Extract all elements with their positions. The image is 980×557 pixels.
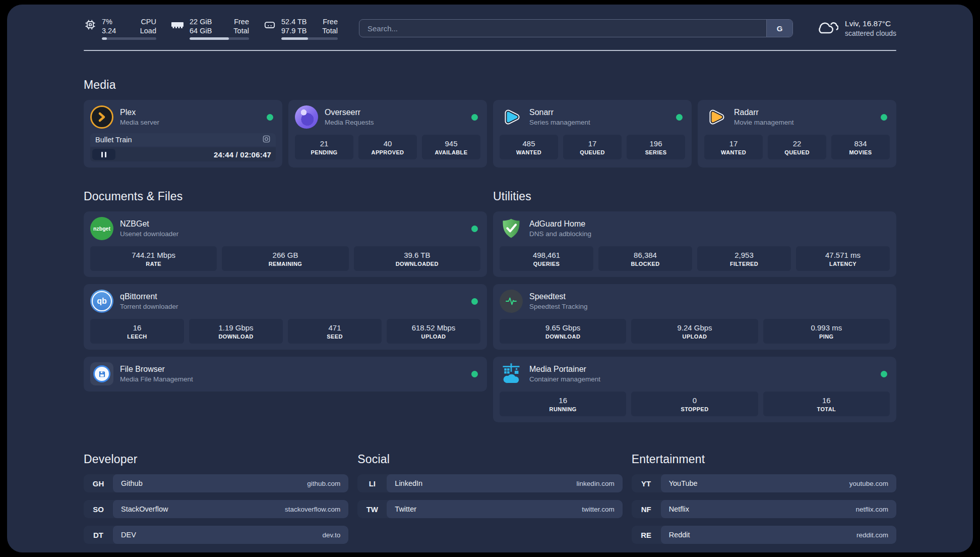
- storage-stat: 52.4 TB Free 97.9 TB Total: [263, 17, 338, 40]
- link-url: linkedin.com: [577, 480, 615, 487]
- card-filebrowser: File Browser Media File Management: [84, 357, 487, 392]
- cpu-stat: 7% CPU 3.24 Load: [84, 17, 156, 40]
- stat-value: 945: [424, 139, 478, 148]
- qbittorrent-header-link[interactable]: qb qBittorrent Torrent downloader: [90, 290, 480, 313]
- pause-button[interactable]: [92, 149, 115, 160]
- portainer-header-link[interactable]: Media Portainer Container management: [500, 362, 890, 385]
- stat-box: 0 STOPPED: [631, 392, 758, 416]
- sonarr-header-link[interactable]: Sonarr Series management: [500, 105, 685, 129]
- section-title-developer: Developer: [84, 453, 348, 466]
- link-row-twitter[interactable]: TW Twitter twitter.com: [357, 500, 622, 518]
- service-description: Media File Management: [120, 375, 193, 383]
- service-name: Media Portainer: [529, 364, 600, 374]
- stat-value: 2,953: [699, 250, 789, 260]
- section-title-media: Media: [84, 78, 896, 92]
- portainer-logo-icon: [500, 362, 523, 385]
- link-name: StackOverflow: [121, 505, 168, 513]
- weather-widget[interactable]: Lviv, 16.87°C scattered clouds: [815, 19, 896, 38]
- stat-value: 744.21 Mbps: [92, 250, 215, 260]
- stat-value: 40: [360, 139, 415, 148]
- stat-label: DOWNLOAD: [191, 333, 281, 340]
- link-abbr: DT: [84, 526, 113, 544]
- storage-free-value: 52.4 TB: [281, 17, 307, 26]
- service-description: Series management: [529, 118, 590, 127]
- nzbget-logo-icon: nzbget: [90, 217, 113, 240]
- stat-box: 16 RUNNING: [500, 392, 626, 416]
- link-url: twitter.com: [582, 506, 615, 513]
- stat-box: 945 AVAILABLE: [422, 135, 480, 159]
- stat-label: RATE: [92, 261, 215, 267]
- memory-total-value: 64 GiB: [190, 26, 212, 35]
- now-playing-title: Bullet Train: [95, 136, 132, 144]
- card-sonarr: Sonarr Series management 485 WANTED 17 Q…: [493, 100, 692, 168]
- link-url: stackoverflow.com: [285, 506, 340, 513]
- stat-label: AVAILABLE: [424, 149, 478, 155]
- sonarr-logo-icon: [500, 105, 523, 129]
- storage-free-label: Free: [323, 17, 338, 26]
- stat-value: 16: [502, 396, 624, 405]
- search-bar: G: [359, 19, 793, 37]
- stat-box: 9.65 Gbps DOWNLOAD: [500, 319, 626, 344]
- plex-header-link[interactable]: Plex Media server: [90, 105, 276, 129]
- stat-box: 16 LEECH: [90, 319, 184, 344]
- link-abbr: TW: [357, 500, 387, 518]
- memory-total-label: Total: [233, 26, 249, 35]
- plex-logo-icon: [90, 105, 113, 129]
- service-description: Torrent downloader: [120, 302, 178, 311]
- link-name: Reddit: [669, 531, 690, 539]
- speedtest-header-link[interactable]: Speedtest Speedtest Tracking: [500, 290, 890, 313]
- stat-value: 9.65 Gbps: [502, 323, 624, 332]
- search-engine-button[interactable]: G: [766, 20, 792, 37]
- stat-value: 618.52 Mbps: [389, 323, 478, 332]
- stat-value: 21: [297, 139, 351, 148]
- link-name: DEV: [121, 531, 136, 539]
- radarr-header-link[interactable]: Radarr Movie management: [704, 105, 890, 129]
- filebrowser-header-link[interactable]: File Browser Media File Management: [90, 362, 480, 385]
- stat-box: 40 APPROVED: [358, 135, 417, 159]
- link-row-linkedin[interactable]: LI LinkedIn linkedin.com: [357, 474, 622, 492]
- stat-value: 39.6 TB: [356, 250, 478, 260]
- status-dot: [471, 226, 478, 232]
- stat-label: PENDING: [297, 149, 351, 155]
- cpu-icon: [84, 17, 97, 33]
- memory-progress-bar: [190, 37, 249, 40]
- overseerr-header-link[interactable]: Overseerr Media Requests: [295, 105, 480, 129]
- card-overseerr: Overseerr Media Requests 21 PENDING 40 A…: [288, 100, 487, 168]
- stat-label: APPROVED: [360, 149, 415, 155]
- service-name: File Browser: [120, 364, 193, 374]
- adguard-header-link[interactable]: AdGuard Home DNS and adblocking: [500, 217, 890, 240]
- search-input[interactable]: [359, 19, 793, 37]
- stat-label: LEECH: [92, 333, 182, 340]
- card-plex: Plex Media server Bullet Train: [84, 100, 282, 168]
- stat-box: 22 QUEUED: [768, 135, 826, 159]
- link-row-dev[interactable]: DT DEV dev.to: [84, 526, 348, 544]
- link-row-netflix[interactable]: NF Netflix netflix.com: [632, 500, 896, 518]
- stat-label: MOVIES: [833, 149, 888, 155]
- stat-value: 471: [290, 323, 380, 332]
- status-dot: [471, 114, 478, 121]
- nzbget-header-link[interactable]: nzbget NZBGet Usenet downloader: [90, 217, 480, 240]
- storage-progress-bar: [281, 37, 338, 40]
- link-row-github[interactable]: GH Github github.com: [84, 474, 348, 492]
- dashboard-window: 7% CPU 3.24 Load: [7, 5, 973, 552]
- link-row-youtube[interactable]: YT YouTube youtube.com: [632, 474, 896, 492]
- cpu-usage-value: 7%: [102, 17, 112, 26]
- link-row-stackoverflow[interactable]: SO StackOverflow stackoverflow.com: [84, 500, 348, 518]
- section-title-entertainment: Entertainment: [632, 453, 896, 466]
- service-name: Overseerr: [325, 107, 374, 118]
- stat-value: 17: [565, 139, 620, 148]
- service-description: Usenet downloader: [120, 230, 178, 238]
- stat-value: 1.19 Gbps: [191, 323, 281, 332]
- stat-label: REMAINING: [224, 261, 346, 267]
- stat-box: 39.6 TB DOWNLOADED: [354, 246, 480, 271]
- status-dot: [881, 371, 887, 377]
- service-name: Plex: [120, 107, 159, 118]
- service-name: AdGuard Home: [529, 219, 591, 229]
- stat-label: BLOCKED: [600, 261, 690, 267]
- stat-value: 16: [92, 323, 182, 332]
- stat-label: QUEUED: [565, 149, 620, 155]
- header-divider: [84, 50, 896, 51]
- card-nzbget: nzbget NZBGet Usenet downloader 744.21 M…: [84, 211, 487, 277]
- link-row-reddit[interactable]: RE Reddit reddit.com: [632, 526, 896, 544]
- stat-box: 471 SEED: [288, 319, 382, 344]
